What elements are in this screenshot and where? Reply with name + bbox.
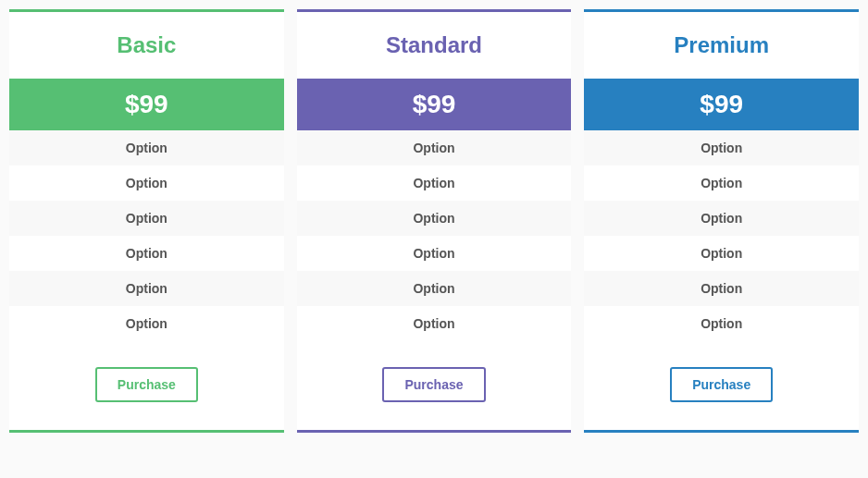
plan-option: Option [9,271,284,306]
plan-options: Option Option Option Option Option Optio… [9,130,284,341]
plan-option: Option [584,201,859,236]
plan-option: Option [584,236,859,271]
plan-options: Option Option Option Option Option Optio… [584,130,859,341]
card-footer: Purchase [584,341,859,430]
plan-options: Option Option Option Option Option Optio… [297,130,572,341]
plan-title: Basic [19,32,275,58]
plan-option: Option [297,165,572,201]
card-header: Premium [584,12,859,79]
plan-title: Standard [306,32,563,58]
card-footer: Purchase [9,341,284,430]
plan-option: Option [9,306,284,341]
plan-option: Option [297,201,572,236]
purchase-button[interactable]: Purchase [382,367,485,402]
plan-option: Option [297,130,572,165]
plan-option: Option [9,130,284,165]
plan-option: Option [584,130,859,165]
plan-option: Option [9,236,284,271]
card-footer: Purchase [297,341,572,430]
plan-price: $99 [297,79,572,130]
card-header: Basic [9,12,284,79]
plan-option: Option [297,236,572,271]
plan-option: Option [584,165,859,201]
plan-price: $99 [584,79,859,130]
card-header: Standard [297,12,572,79]
plan-option: Option [584,306,859,341]
pricing-card-standard: Standard $99 Option Option Option Option… [297,9,572,433]
plan-option: Option [297,306,572,341]
plan-price: $99 [9,79,284,130]
purchase-button[interactable]: Purchase [95,367,198,402]
plan-option: Option [297,271,572,306]
plan-option: Option [9,201,284,236]
pricing-table: Basic $99 Option Option Option Option Op… [9,9,859,433]
plan-option: Option [584,271,859,306]
plan-title: Premium [593,32,849,58]
plan-option: Option [9,165,284,201]
pricing-card-basic: Basic $99 Option Option Option Option Op… [9,9,284,433]
pricing-card-premium: Premium $99 Option Option Option Option … [584,9,859,433]
purchase-button[interactable]: Purchase [670,367,773,402]
